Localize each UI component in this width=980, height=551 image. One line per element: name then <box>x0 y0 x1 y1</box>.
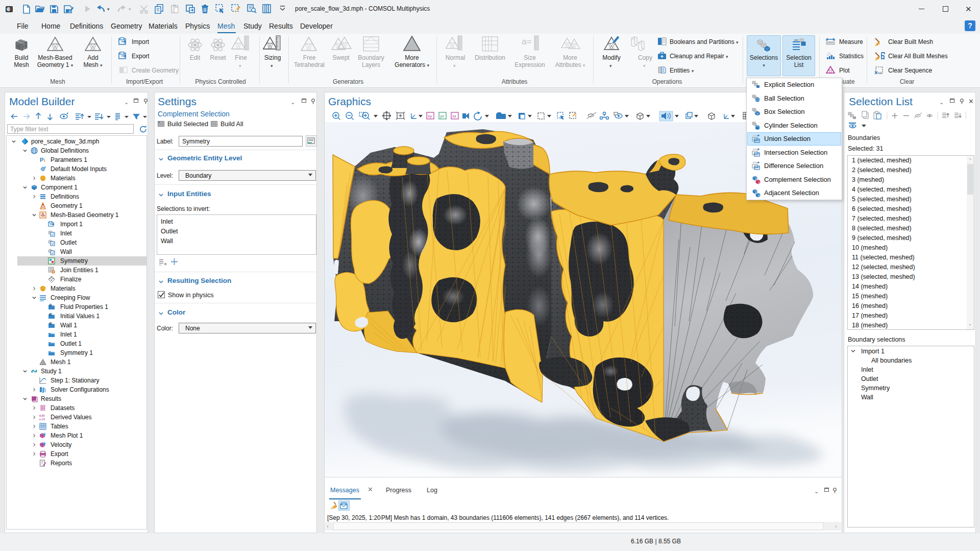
svg-text:yz: yz <box>440 114 444 118</box>
svg-text:xy: xy <box>428 114 432 118</box>
svg-text:xz: xz <box>452 114 456 118</box>
